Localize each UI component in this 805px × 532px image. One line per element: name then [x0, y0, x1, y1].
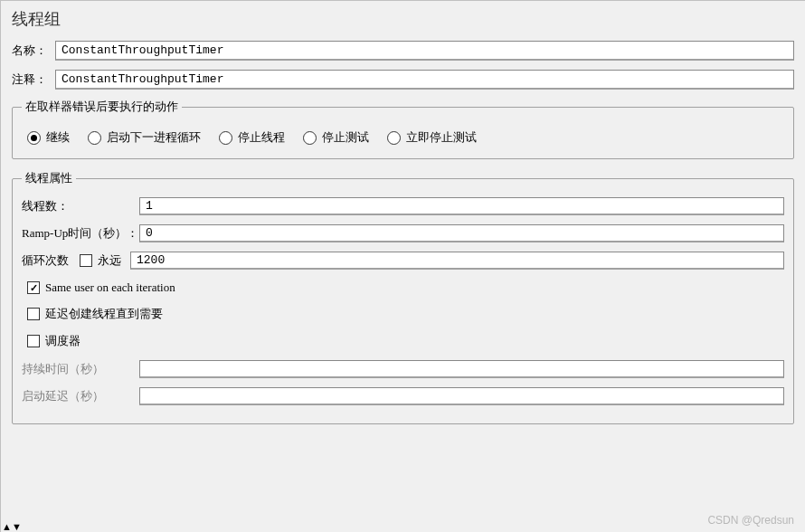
watermark: CSDN @Qredsun — [707, 514, 794, 527]
error-action-radio-group: 继续 启动下一进程循环 停止线程 停止测试 立即停止测试 — [22, 126, 784, 149]
checkbox-icon — [27, 335, 40, 347]
resize-handle-icon[interactable]: ▲▼ — [2, 521, 22, 532]
checkbox-icon — [80, 254, 92, 267]
radio-stop-thread[interactable]: 停止线程 — [219, 129, 285, 146]
forever-label: 永远 — [98, 252, 121, 269]
duration-input — [139, 360, 784, 378]
num-threads-label: 线程数： — [22, 198, 139, 214]
loop-count-row: 循环次数 永远 — [22, 252, 784, 270]
startup-delay-row: 启动延迟（秒） — [22, 387, 784, 405]
comment-label: 注释： — [12, 71, 55, 88]
radio-stop-test[interactable]: 停止测试 — [303, 129, 369, 146]
name-row: 名称： — [12, 41, 794, 61]
radio-continue-label: 继续 — [46, 129, 70, 146]
radio-stop-test-label: 停止测试 — [322, 129, 369, 146]
comment-row: 注释： — [12, 70, 794, 90]
scheduler-row[interactable]: 调度器 — [27, 333, 784, 349]
duration-row: 持续时间（秒） — [22, 360, 784, 378]
startup-delay-input — [139, 387, 784, 405]
radio-start-next[interactable]: 启动下一进程循环 — [88, 129, 201, 146]
radio-stop-thread-label: 停止线程 — [238, 129, 285, 146]
radio-continue[interactable]: 继续 — [27, 129, 70, 146]
radio-stop-test-now-label: 立即停止测试 — [406, 129, 477, 146]
name-input[interactable] — [55, 41, 794, 61]
error-action-legend: 在取样器错误后要执行的动作 — [22, 99, 182, 115]
radio-stop-test-now[interactable]: 立即停止测试 — [387, 129, 477, 146]
delayed-start-label: 延迟创建线程直到需要 — [45, 306, 163, 322]
same-user-row[interactable]: Same user on each iteration — [27, 280, 784, 295]
forever-checkbox-wrap[interactable]: 永远 — [80, 252, 121, 269]
duration-label: 持续时间（秒） — [22, 361, 139, 377]
checkbox-icon — [27, 281, 40, 294]
page-title: 线程组 — [12, 8, 794, 30]
num-threads-input[interactable] — [139, 197, 784, 215]
radio-icon — [219, 131, 232, 145]
ramp-up-label: Ramp-Up时间（秒）： — [22, 225, 139, 242]
radio-icon — [303, 131, 317, 145]
radio-icon — [27, 131, 41, 145]
ramp-up-row: Ramp-Up时间（秒）： — [22, 224, 784, 242]
error-action-fieldset: 在取样器错误后要执行的动作 继续 启动下一进程循环 停止线程 停止测试 立即停止… — [12, 99, 794, 159]
radio-icon — [387, 131, 401, 145]
thread-props-legend: 线程属性 — [22, 170, 76, 186]
radio-icon — [88, 131, 101, 145]
thread-props-fieldset: 线程属性 线程数： Ramp-Up时间（秒）： 循环次数 永远 Same use… — [12, 170, 794, 424]
delayed-start-row[interactable]: 延迟创建线程直到需要 — [27, 306, 784, 322]
num-threads-row: 线程数： — [22, 197, 784, 215]
name-label: 名称： — [12, 43, 55, 59]
startup-delay-label: 启动延迟（秒） — [22, 388, 139, 404]
ramp-up-input[interactable] — [139, 224, 784, 242]
checkbox-icon — [27, 308, 40, 320]
same-user-label: Same user on each iteration — [45, 280, 175, 295]
comment-input[interactable] — [55, 70, 794, 90]
loop-count-label: 循环次数 — [22, 252, 80, 269]
thread-group-panel: 线程组 名称： 注释： 在取样器错误后要执行的动作 继续 启动下一进程循环 停止… — [0, 0, 805, 532]
scheduler-label: 调度器 — [45, 333, 80, 349]
radio-start-next-label: 启动下一进程循环 — [107, 129, 201, 146]
loop-count-input[interactable] — [130, 252, 784, 270]
